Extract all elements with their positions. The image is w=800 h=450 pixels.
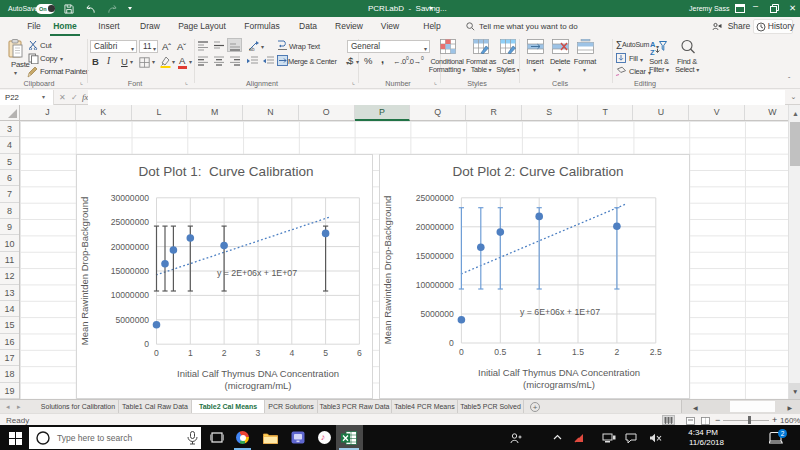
svg-text:(microgram/mL): (microgram/mL) — [224, 380, 291, 391]
svg-text:4: 4 — [289, 348, 294, 358]
svg-text:20000000: 20000000 — [111, 242, 149, 252]
svg-text:1: 1 — [188, 348, 193, 358]
svg-text:10000000: 10000000 — [111, 290, 149, 300]
svg-text:y = 2E+06x + 1E+07: y = 2E+06x + 1E+07 — [217, 268, 297, 278]
svg-text:2: 2 — [222, 348, 227, 358]
svg-text:y = 6E+06x + 1E+07: y = 6E+06x + 1E+07 — [520, 307, 600, 317]
svg-text:Initial Calf Thymus DNA Concen: Initial Calf Thymus DNA Concentration — [478, 367, 640, 378]
svg-text:Mean Rawintden Drop-Background: Mean Rawintden Drop-Background — [79, 197, 90, 345]
svg-text:0: 0 — [154, 348, 159, 358]
svg-text:25000000: 25000000 — [111, 217, 149, 227]
svg-text:2.5: 2.5 — [650, 347, 662, 357]
svg-text:(micrograms/mL): (micrograms/mL) — [523, 379, 595, 390]
svg-text:5: 5 — [323, 348, 328, 358]
svg-text:ab: ab — [249, 46, 255, 52]
svg-text:20000000: 20000000 — [416, 222, 454, 232]
svg-text:Mean Rawintden Drop-Background: Mean Rawintden Drop-Background — [382, 196, 393, 344]
svg-text:5000000: 5000000 — [420, 309, 454, 319]
svg-text:25000000: 25000000 — [416, 193, 454, 203]
svg-text:1: 1 — [537, 347, 542, 357]
svg-text:5000000: 5000000 — [116, 315, 150, 325]
svg-text:0: 0 — [144, 339, 149, 349]
svg-text:Dot Plot 1: Curve Calibration: Dot Plot 1: Curve Calibration — [139, 164, 314, 179]
svg-text:3: 3 — [256, 348, 261, 358]
svg-text:30000000: 30000000 — [111, 193, 149, 203]
svg-text:0: 0 — [449, 338, 454, 348]
svg-text:15000000: 15000000 — [416, 251, 454, 261]
svg-text:6: 6 — [357, 348, 362, 358]
svg-text:2: 2 — [615, 347, 620, 357]
svg-text:Initial Calf Thymus DNA Concen: Initial Calf Thymus DNA Concentration — [177, 368, 339, 379]
svg-text:0: 0 — [459, 347, 464, 357]
svg-text:1.5: 1.5 — [572, 347, 584, 357]
svg-text:15000000: 15000000 — [111, 266, 149, 276]
svg-text:Dot Plot 2: Curve Calibration: Dot Plot 2: Curve Calibration — [452, 164, 623, 179]
svg-text:10000000: 10000000 — [416, 280, 454, 290]
svg-text:Z: Z — [650, 48, 655, 56]
svg-text:0.5: 0.5 — [494, 347, 506, 357]
